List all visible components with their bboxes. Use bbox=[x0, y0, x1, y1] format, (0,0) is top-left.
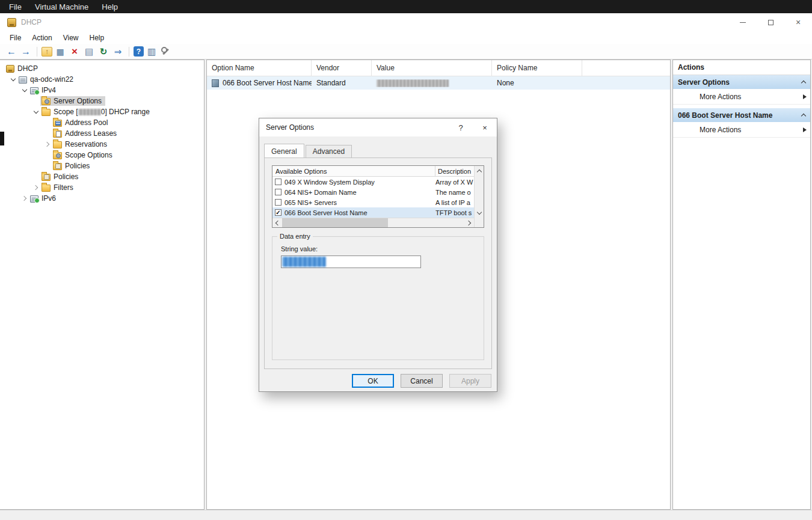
ok-button[interactable]: OK bbox=[352, 374, 394, 388]
tree-item-ipv4[interactable]: IPv4 bbox=[0, 85, 204, 96]
maximize-button[interactable] bbox=[757, 13, 784, 31]
column-header-available-options[interactable]: Available Options bbox=[272, 166, 435, 176]
string-value-input[interactable] bbox=[281, 255, 421, 268]
show-console-tree-icon[interactable]: ▦ bbox=[54, 46, 67, 58]
column-header-vendor[interactable]: Vendor bbox=[312, 60, 372, 76]
tree-item-scope-options[interactable]: Scope Options bbox=[0, 150, 204, 161]
refresh-icon[interactable]: ↻ bbox=[97, 46, 110, 58]
tree-item-address-leases[interactable]: Address Leases bbox=[0, 128, 204, 139]
scrollbar-track[interactable] bbox=[475, 176, 484, 208]
window-controls: × bbox=[729, 13, 812, 31]
column-header-value[interactable]: Value bbox=[372, 60, 492, 76]
server-icon bbox=[19, 76, 27, 84]
option-row-064[interactable]: 064 NIS+ Domain Name The name o bbox=[272, 187, 474, 197]
collapse-expander-icon[interactable] bbox=[20, 86, 29, 95]
reservations-icon bbox=[53, 141, 62, 148]
delete-icon[interactable]: × bbox=[68, 46, 81, 58]
table-row[interactable]: 066 Boot Server Host Name Standard None bbox=[207, 76, 670, 90]
tree-item-ipv6[interactable]: IPv6 bbox=[0, 193, 204, 204]
ipv6-protocol-icon bbox=[30, 195, 38, 203]
expand-expander-icon[interactable] bbox=[20, 194, 29, 203]
checkbox-065[interactable] bbox=[275, 199, 281, 206]
tree-item-scope[interactable]: Scope [0] DHCP range bbox=[0, 106, 204, 117]
actions-section-server-options[interactable]: Server Options bbox=[673, 75, 810, 89]
menu-view[interactable]: View bbox=[58, 31, 84, 44]
redacted-scope-ip bbox=[78, 109, 101, 115]
toolbar-separator bbox=[37, 47, 37, 57]
forward-icon[interactable]: → bbox=[19, 46, 32, 58]
more-actions-server-options[interactable]: More Actions bbox=[673, 89, 810, 105]
collapse-section-icon[interactable] bbox=[801, 114, 806, 118]
close-icon: × bbox=[796, 17, 801, 27]
collapse-expander-icon[interactable] bbox=[31, 108, 40, 117]
option-row-066[interactable]: ✓066 Boot Server Host Name TFTP boot s bbox=[272, 207, 474, 218]
tree-item-reservations[interactable]: Reservations bbox=[0, 139, 204, 150]
scroll-left-icon[interactable] bbox=[272, 218, 282, 228]
checkbox-049[interactable] bbox=[275, 179, 281, 185]
options-list-header: Available Options Description bbox=[272, 166, 474, 177]
redacted-string-value bbox=[282, 257, 326, 267]
dialog-help-button[interactable]: ? bbox=[449, 118, 473, 136]
checkbox-064[interactable] bbox=[275, 189, 281, 195]
tab-panel-general: Available Options Description 049 X Wind… bbox=[264, 158, 492, 369]
expand-expander-icon[interactable] bbox=[43, 140, 52, 149]
dialog-buttons: OK Cancel Apply bbox=[352, 374, 491, 388]
host-menu-file[interactable]: File bbox=[2, 0, 28, 13]
vendor-cell: Standard bbox=[312, 79, 372, 87]
server-options-dialog: Server Options ? × General Advanced Avai… bbox=[259, 118, 497, 392]
policies-icon bbox=[53, 163, 62, 170]
scrollbar-thumb[interactable] bbox=[282, 218, 388, 228]
menu-help[interactable]: Help bbox=[84, 31, 110, 44]
back-icon[interactable]: ← bbox=[5, 46, 18, 58]
actions-pane: Actions Server Options More Actions 066 … bbox=[672, 60, 811, 510]
scroll-down-icon[interactable] bbox=[475, 208, 484, 218]
option-row-049[interactable]: 049 X Window System Display Array of X W bbox=[272, 177, 474, 187]
properties-icon[interactable]: ▤ bbox=[82, 46, 96, 58]
scroll-up-icon[interactable] bbox=[475, 166, 484, 176]
tree-item-server[interactable]: qa-odc-win22 bbox=[0, 74, 204, 85]
show-action-pane-icon[interactable]: ▥ bbox=[145, 46, 158, 58]
expand-expander-icon[interactable] bbox=[31, 183, 40, 192]
apply-button[interactable]: Apply bbox=[449, 374, 491, 388]
column-header-policy-name[interactable]: Policy Name bbox=[492, 60, 582, 76]
tree-item-filters[interactable]: Filters bbox=[0, 182, 204, 193]
tree-item-address-pool[interactable]: Address Pool bbox=[0, 117, 204, 128]
vertical-scrollbar[interactable] bbox=[474, 166, 484, 227]
cancel-button[interactable]: Cancel bbox=[401, 374, 443, 388]
minimize-button[interactable] bbox=[729, 13, 757, 31]
configure-icon[interactable] bbox=[159, 46, 173, 58]
column-header-option-name[interactable]: Option Name bbox=[207, 60, 312, 76]
data-entry-label: Data entry bbox=[277, 233, 313, 240]
help-icon[interactable]: ? bbox=[134, 46, 144, 57]
more-actions-066-boot-server[interactable]: More Actions bbox=[673, 122, 810, 138]
horizontal-scrollbar[interactable] bbox=[272, 218, 474, 227]
host-menu-help[interactable]: Help bbox=[95, 0, 125, 13]
tab-advanced[interactable]: Advanced bbox=[306, 145, 352, 159]
option-row-065[interactable]: 065 NIS+ Servers A list of IP a bbox=[272, 197, 474, 207]
collapse-section-icon[interactable] bbox=[801, 81, 806, 85]
policy-name-cell: None bbox=[492, 79, 582, 87]
column-header-description[interactable]: Description bbox=[435, 166, 474, 176]
tree-item-dhcp-root[interactable]: DHCP bbox=[0, 63, 204, 74]
option-icon bbox=[212, 79, 219, 87]
actions-section-066-boot-server[interactable]: 066 Boot Server Host Name bbox=[673, 108, 810, 122]
menu-action[interactable]: Action bbox=[26, 31, 57, 44]
tab-general[interactable]: General bbox=[264, 144, 304, 158]
server-options-folder-icon bbox=[42, 98, 51, 105]
data-entry-group: Data entry String value: bbox=[272, 236, 484, 360]
checkbox-066[interactable]: ✓ bbox=[275, 209, 281, 216]
tree-item-server-options[interactable]: Server Options bbox=[0, 96, 204, 106]
collapse-expander-icon[interactable] bbox=[8, 75, 17, 84]
host-menu-virtual-machine[interactable]: Virtual Machine bbox=[28, 0, 95, 13]
menu-file[interactable]: File bbox=[4, 31, 26, 44]
redacted-value-cell bbox=[377, 79, 449, 87]
tree-item-scope-policies[interactable]: Policies bbox=[0, 161, 204, 171]
address-pool-icon bbox=[53, 120, 62, 127]
filters-icon bbox=[42, 185, 51, 192]
export-list-icon[interactable]: ⇒ bbox=[111, 46, 125, 58]
scroll-right-icon[interactable] bbox=[464, 218, 474, 228]
up-one-level-icon[interactable]: ↑ bbox=[42, 47, 52, 57]
close-button[interactable]: × bbox=[784, 13, 812, 31]
tree-item-policies[interactable]: Policies bbox=[0, 171, 204, 182]
dialog-close-button[interactable]: × bbox=[473, 118, 497, 136]
